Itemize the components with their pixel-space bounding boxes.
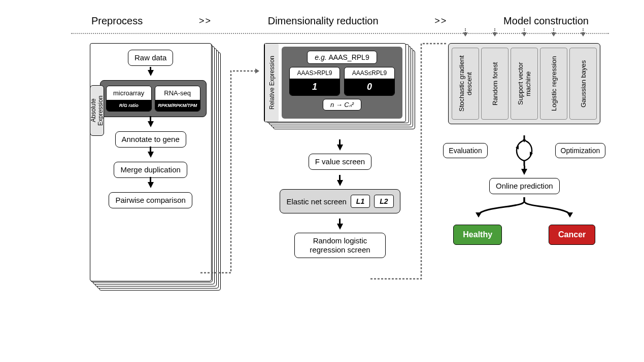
chevron-icon: >> [199,16,212,26]
pair-gt-condition: AAAS>RPL9 [290,67,340,79]
stage-dimred: Dimensionality reduction [268,15,379,27]
col-model: Stochastic gradient descent Random fores… [440,43,609,292]
chevron-icon: >> [434,16,447,26]
elastic-label: Elastic net screen [286,197,346,206]
preprocess-stack: Raw data Absolute Expression microarray … [90,43,222,292]
connector-1-2 [200,264,261,294]
model-rf: Random forest [481,48,509,120]
arrow-down-icon [337,224,343,230]
evaluation-loop: Evaluation Optimization [448,135,600,166]
cancer-outcome: Cancer [549,225,595,245]
pair-gt-box: AAAS>RPL9 1 [289,67,340,96]
models-panel: Stochastic gradient descent Random fores… [448,43,600,124]
arrow-down-icon [148,152,154,158]
col-preprocess: Raw data Absolute Expression microarray … [71,43,240,292]
example-pair-box: e.g. AAAS_RPL9 [307,51,377,64]
diagram-canvas: Preprocess >> Dimensionality reduction >… [71,15,609,345]
dotted-input-arrows [449,32,600,44]
branch-arrows-icon [453,197,595,218]
arrow-down-icon [337,144,343,151]
online-prediction-box: Online prediction [489,178,560,194]
arrow-down-icon [148,70,154,76]
arrow-down-icon [148,121,154,127]
pairwise-box: Pairwise comparison [109,192,192,208]
raw-data-box: Raw data [128,50,173,66]
fvalue-box: F value screen [309,154,371,170]
relative-expression-label: Relative Expression [264,44,279,122]
model-lr: Logistic regression [540,48,567,120]
svg-marker-6 [567,212,573,218]
model-gb: Gaussian bayes [569,48,597,120]
combination-box: n → Cₙ² [323,99,361,111]
l1-tag: L1 [351,195,370,208]
absolute-expression-label: Absolute Expression [90,85,104,136]
stage-preprocess: Preprocess [91,15,143,27]
columns: Raw data Absolute Expression microarray … [71,43,609,292]
arrow-down-icon [148,182,154,188]
merge-box: Merge duplication [114,162,187,178]
connector-2-3 [370,56,462,289]
pair-gt-value: 1 [290,79,340,95]
microarray-label: microarray [107,86,151,100]
outcome-row: Healthy Cancer [453,225,595,245]
svg-marker-5 [476,212,482,218]
microarray-sub: R/G ratio [107,100,151,111]
microarray-box: microarray R/G ratio [106,86,152,112]
rnaseq-label: RNA-seq [155,86,200,100]
stage-header: Preprocess >> Dimensionality reduction >… [71,15,609,27]
annotate-box: Annotate to gene [115,131,186,148]
model-svm: Support vector machine [511,48,538,120]
arrow-down-icon [521,169,527,175]
absolute-expression-panel: Absolute Expression microarray R/G ratio… [95,80,207,117]
rnaseq-sub: RPKM/RPKM/TPM [155,100,200,111]
loop-arrows-icon [509,135,539,166]
stage-model: Model construction [503,15,589,27]
rnaseq-box: RNA-seq RPKM/RPKM/TPM [155,86,200,112]
optimization-box: Optimization [555,143,606,158]
arrow-down-icon [337,180,343,186]
